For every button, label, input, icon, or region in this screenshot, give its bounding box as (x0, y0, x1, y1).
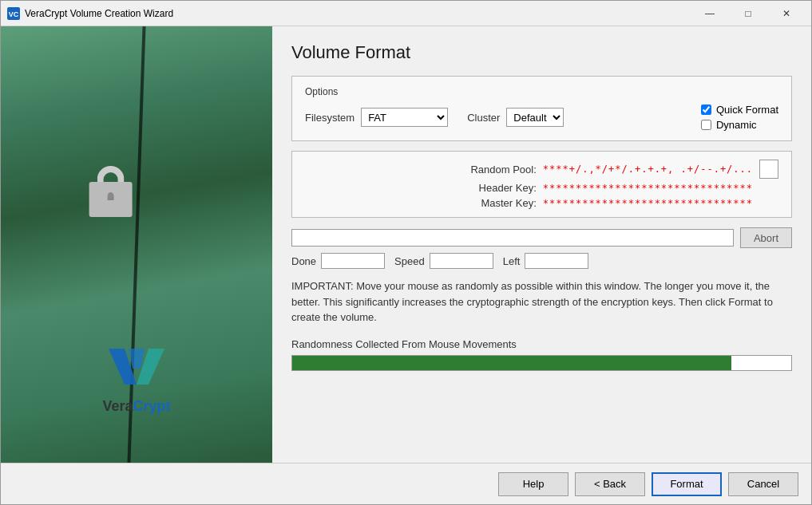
cluster-label: Cluster (467, 112, 500, 124)
crypt-text: Crypt (133, 398, 171, 414)
sidebar-background: VeraCrypt (1, 26, 272, 463)
random-pool-checkbox[interactable] (759, 160, 778, 179)
left-label: Left (503, 255, 521, 267)
cluster-select[interactable]: Default 512 1024 2048 4096 (506, 108, 564, 127)
keys-section: Random Pool: ****+/.,*/+*/.+.+.+, .+/--.… (291, 151, 792, 218)
veracrypt-logo-svg (101, 341, 172, 395)
window-title: VeraCrypt Volume Creation Wizard (25, 8, 691, 19)
header-key-value: ******************************** (543, 183, 753, 194)
left-stat: Left (503, 253, 589, 269)
lock-image (89, 166, 132, 217)
dynamic-row: Dynamic (701, 119, 778, 131)
dynamic-label[interactable]: Dynamic (716, 119, 757, 131)
minimize-button[interactable]: — (691, 3, 728, 24)
main-panel: Volume Format Options Filesystem FAT exF… (272, 26, 811, 463)
veracrypt-logo-area: VeraCrypt (1, 341, 272, 415)
master-key-value: ******************************** (543, 198, 753, 209)
back-button[interactable]: < Back (575, 472, 645, 496)
app-icon: VC (7, 7, 20, 20)
help-button[interactable]: Help (498, 472, 568, 496)
svg-text:VC: VC (9, 10, 19, 18)
progress-section: Abort Done Speed Left (291, 227, 792, 269)
done-label: Done (291, 255, 316, 267)
quick-format-checkbox[interactable] (701, 105, 711, 115)
done-value (321, 253, 385, 269)
quick-format-label[interactable]: Quick Format (716, 104, 778, 116)
svg-marker-4 (129, 349, 145, 369)
randomness-bar-container (291, 355, 792, 371)
maximize-button[interactable]: □ (730, 3, 766, 24)
abort-button[interactable]: Abort (740, 227, 792, 248)
left-value (525, 253, 588, 269)
random-pool-value: ****+/.,*/+*/.+.+.+, .+/--.+/... (543, 164, 753, 175)
filesystem-label: Filesystem (305, 112, 355, 124)
random-pool-label: Random Pool: (305, 164, 537, 176)
options-section: Options Filesystem FAT exFAT NTFS ext4 N… (291, 76, 792, 141)
randomness-label: Randomness Collected From Mouse Movement… (291, 338, 792, 350)
header-key-label: Header Key: (305, 182, 537, 194)
done-stat: Done (291, 253, 385, 269)
titlebar: VC VeraCrypt Volume Creation Wizard — □ … (1, 1, 811, 26)
main-window: VC VeraCrypt Volume Creation Wizard — □ … (0, 0, 812, 505)
speed-label: Speed (394, 255, 425, 267)
randomness-bar-fill (292, 356, 731, 370)
lock-keyhole (107, 192, 113, 200)
content-area: VeraCrypt Volume Format Options Filesyst… (1, 26, 811, 463)
veracrypt-brand-text: VeraCrypt (102, 398, 170, 415)
progress-bar-row: Abort (291, 227, 792, 248)
vera-text: Vera (102, 398, 133, 414)
options-label: Options (305, 86, 778, 97)
filesystem-group: Filesystem FAT exFAT NTFS ext4 No filesy… (305, 108, 564, 127)
cancel-button[interactable]: Cancel (728, 472, 798, 496)
footer: Help < Back Format Cancel (1, 463, 811, 504)
important-text: IMPORTANT: Move your mouse as randomly a… (291, 278, 792, 325)
stats-row: Done Speed Left (291, 253, 792, 269)
dynamic-checkbox[interactable] (701, 120, 711, 130)
sidebar-image: VeraCrypt (1, 26, 272, 463)
window-controls: — □ ✕ (691, 3, 805, 24)
keys-grid: Random Pool: ****+/.,*/+*/.+.+.+, .+/--.… (305, 160, 778, 209)
quick-format-row: Quick Format (701, 104, 778, 116)
progress-bar-container (291, 229, 734, 247)
close-button[interactable]: ✕ (768, 3, 805, 24)
randomness-section: Randomness Collected From Mouse Movement… (291, 338, 792, 371)
speed-value (430, 253, 493, 269)
format-button[interactable]: Format (652, 472, 722, 496)
lock-box (89, 182, 132, 217)
format-options: Quick Format Dynamic (701, 104, 778, 131)
speed-stat: Speed (394, 253, 493, 269)
master-key-label: Master Key: (305, 197, 537, 209)
lock-shackle (97, 166, 124, 183)
page-title: Volume Format (291, 42, 792, 63)
options-row: Filesystem FAT exFAT NTFS ext4 No filesy… (305, 104, 778, 131)
filesystem-select[interactable]: FAT exFAT NTFS ext4 No filesystem (361, 108, 448, 127)
